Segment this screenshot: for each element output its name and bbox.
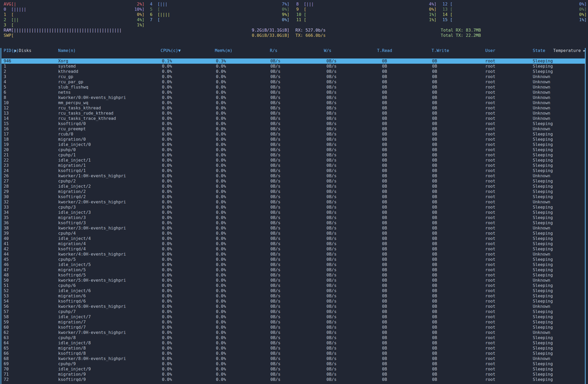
cell-state: Sleeping bbox=[533, 215, 553, 220]
process-row[interactable]: 4rcu_par_gp0.0%0.0%0B/s0B/s0B0BrootUnkno… bbox=[0, 79, 588, 85]
process-row[interactable]: 21cpuhp/10.0%0.0%0B/s0B/s0B0BrootSleepin… bbox=[0, 152, 588, 158]
gauge-value: 0%] bbox=[579, 12, 587, 17]
process-row[interactable]: 10mm_percpu_wq0.0%0.0%0B/s0B/s0B0BrootUn… bbox=[0, 100, 588, 105]
process-row[interactable]: 26kworker/1:0H-events_highpri0.0%0.0%0B/… bbox=[0, 173, 588, 179]
process-row[interactable]: 36ksoftirqd/30.0%0.0%0B/s0B/s0B0BrootSle… bbox=[0, 220, 588, 226]
col-header-pid[interactable]: PID(p) bbox=[4, 48, 19, 53]
cell-ws: 0B/s bbox=[326, 121, 337, 126]
process-row[interactable]: 72ksoftirqd/90.0%0.0%0B/s0B/s0B0BrootSle… bbox=[0, 377, 588, 382]
process-row[interactable]: 56kworker/6:0H-events_highpri0.0%0.0%0B/… bbox=[0, 304, 588, 309]
gauge-label: 8 bbox=[296, 2, 304, 7]
cell-name: ksoftirqd/4 bbox=[58, 246, 86, 252]
cell-name: cpuhp/0 bbox=[58, 147, 76, 152]
process-row[interactable]: 40idle_inject/40.0%0.0%0B/s0B/s0B0BrootS… bbox=[0, 236, 588, 241]
cell-tread: 0B bbox=[382, 257, 387, 262]
process-row[interactable]: 68kworker/8:0H-events_highpri0.0%0.0%0B/… bbox=[0, 356, 588, 361]
process-row[interactable]: 45cpuhp/50.0%0.0%0B/s0B/s0B0BrootSleepin… bbox=[0, 257, 588, 262]
process-row[interactable]: 20cpuhp/00.0%0.0%0B/s0B/s0B0BrootSleepin… bbox=[0, 147, 588, 152]
process-row[interactable]: 71migration/90.0%0.0%0B/s0B/s0B0BrootSle… bbox=[0, 372, 588, 377]
cell-cpu: 0.0% bbox=[162, 173, 172, 179]
process-row[interactable]: 44kworker/4:0H-events_highpri0.0%0.0%0B/… bbox=[0, 252, 588, 257]
cell-twrite: 0B bbox=[432, 377, 437, 382]
process-row[interactable]: 46idle_inject/50.0%0.0%0B/s0B/s0B0BrootS… bbox=[0, 262, 588, 267]
col-header-name[interactable]: Name(n) bbox=[58, 48, 76, 53]
process-row[interactable]: 14rcu_tasks_trace_kthread0.0%0.0%0B/s0B/… bbox=[0, 116, 588, 121]
process-row[interactable]: 2kthreadd0.0%0.0%0B/s0B/s0B0BrootSleepin… bbox=[0, 69, 588, 74]
cell-name: rcub/0 bbox=[58, 132, 73, 137]
process-row[interactable]: 66ksoftirqd/80.0%0.0%0B/s0B/s0B0BrootSle… bbox=[0, 351, 588, 356]
gauge-label: 3 bbox=[4, 22, 11, 28]
process-row[interactable]: 63cpuhp/80.0%0.0%0B/s0B/s0B0BrootSleepin… bbox=[0, 335, 588, 340]
carousel-next-temperature[interactable]: Temperature► bbox=[543, 43, 586, 48]
process-row[interactable]: 17rcub/00.0%0.0%0B/s0B/s0B0BrootSleeping bbox=[0, 132, 588, 137]
process-row[interactable]: 1systemd0.0%0.0%0B/s0B/s0B0BrootSleeping bbox=[0, 64, 588, 69]
process-row[interactable]: 28idle_inject/20.0%0.0%0B/s0B/s0B0BrootS… bbox=[0, 184, 588, 189]
process-row[interactable]: 58idle_inject/70.0%0.0%0B/s0B/s0B0BrootS… bbox=[0, 314, 588, 320]
process-row[interactable]: 39cpuhp/40.0%0.0%0B/s0B/s0B0BrootSleepin… bbox=[0, 231, 588, 236]
cell-pid: 47 bbox=[4, 267, 9, 273]
process-row[interactable]: 69cpuhp/90.0%0.0%0B/s0B/s0B0BrootSleepin… bbox=[0, 361, 588, 367]
cell-cpu: 0.0% bbox=[162, 105, 172, 111]
process-row[interactable]: 70idle_inject/90.0%0.0%0B/s0B/s0B0BrootS… bbox=[0, 367, 588, 372]
process-row[interactable]: 13rcu_tasks_rude_kthread0.0%0.0%0B/s0B/s… bbox=[0, 111, 588, 116]
gauge-bar: [|||| bbox=[157, 12, 170, 17]
process-row[interactable]: 48ksoftirqd/50.0%0.0%0B/s0B/s0B0BrootSle… bbox=[0, 273, 588, 278]
process-row[interactable]: 27cpuhp/20.0%0.0%0B/s0B/s0B0BrootSleepin… bbox=[0, 179, 588, 184]
process-row[interactable]: 65migration/80.0%0.0%0B/s0B/s0B0BrootSle… bbox=[0, 346, 588, 351]
cell-twrite: 0B bbox=[432, 309, 437, 314]
process-row[interactable]: 6netns0.0%0.0%0B/s0B/s0B0BrootUnknown bbox=[0, 90, 588, 95]
cell-name: kworker/4:0H-events_highpri bbox=[58, 252, 126, 257]
cell-mem: 0.0% bbox=[216, 74, 226, 79]
process-row[interactable]: 16rcu_preempt0.0%0.0%0B/s0B/s0B0BrootUnk… bbox=[0, 126, 588, 132]
process-row[interactable]: 12rcu_tasks_kthread0.0%0.0%0B/s0B/s0B0Br… bbox=[0, 105, 588, 111]
col-header-rs[interactable]: R/s bbox=[270, 48, 277, 53]
process-row[interactable]: 946Xorg0.1%0.3%0B/s0B/s0B0BrootSleeping bbox=[0, 58, 588, 64]
cell-tread: 0B bbox=[382, 111, 387, 116]
process-row[interactable]: 22idle_inject/10.0%0.0%0B/s0B/s0B0BrootS… bbox=[0, 158, 588, 163]
process-row[interactable]: 18migration/00.0%0.0%0B/s0B/s0B0BrootSle… bbox=[0, 137, 588, 142]
col-header-twrite[interactable]: T.Write bbox=[432, 48, 449, 53]
col-header-user[interactable]: User bbox=[485, 48, 495, 53]
process-row[interactable]: 5slub_flushwq0.0%0.0%0B/s0B/s0B0BrootUnk… bbox=[0, 85, 588, 90]
process-row[interactable]: 32kworker/2:0H-events_highpri0.0%0.0%0B/… bbox=[0, 199, 588, 205]
process-row[interactable]: 60ksoftirqd/70.0%0.0%0B/s0B/s0B0BrootSle… bbox=[0, 325, 588, 330]
col-header-tread[interactable]: T.Read bbox=[377, 48, 392, 53]
process-row[interactable]: 47migration/50.0%0.0%0B/s0B/s0B0BrootSle… bbox=[0, 267, 588, 273]
cell-cpu: 0.0% bbox=[162, 179, 172, 184]
process-row[interactable]: 41migration/40.0%0.0%0B/s0B/s0B0BrootSle… bbox=[0, 241, 588, 246]
col-header-ws[interactable]: W/s bbox=[324, 48, 331, 53]
carousel-prev-disks[interactable]: ◄Disks bbox=[4, 43, 31, 48]
process-row[interactable]: 34idle_inject/30.0%0.0%0B/s0B/s0B0BrootS… bbox=[0, 210, 588, 215]
process-row[interactable]: 64idle_inject/80.0%0.0%0B/s0B/s0B0BrootS… bbox=[0, 340, 588, 346]
process-row[interactable]: 35migration/30.0%0.0%0B/s0B/s0B0BrootSle… bbox=[0, 215, 588, 220]
cell-state: Unknown bbox=[533, 199, 550, 205]
process-row[interactable]: 53migration/60.0%0.0%0B/s0B/s0B0BrootSle… bbox=[0, 293, 588, 299]
process-row[interactable]: 54ksoftirqd/60.0%0.0%0B/s0B/s0B0BrootSle… bbox=[0, 299, 588, 304]
process-row[interactable]: 38kworker/3:0H-events_highpri0.0%0.0%0B/… bbox=[0, 226, 588, 231]
process-row[interactable]: 29migration/20.0%0.0%0B/s0B/s0B0BrootSle… bbox=[0, 189, 588, 194]
cell-rs: 0B/s bbox=[270, 241, 281, 246]
cell-twrite: 0B bbox=[432, 184, 437, 189]
process-row[interactable]: 33cpuhp/30.0%0.0%0B/s0B/s0B0BrootSleepin… bbox=[0, 205, 588, 210]
process-row[interactable]: 3rcu_gp0.0%0.0%0B/s0B/s0B0BrootUnknown bbox=[0, 74, 588, 79]
cell-pid: 64 bbox=[4, 340, 9, 346]
process-row[interactable]: 51cpuhp/60.0%0.0%0B/s0B/s0B0BrootSleepin… bbox=[0, 283, 588, 288]
cell-rs: 0B/s bbox=[270, 288, 281, 293]
cell-state: Unknown bbox=[533, 126, 550, 132]
cell-name: idle_inject/4 bbox=[58, 236, 91, 241]
process-row[interactable]: 30ksoftirqd/20.0%0.0%0B/s0B/s0B0BrootSle… bbox=[0, 194, 588, 199]
process-row[interactable]: 8kworker/0:0H-events_highpri0.0%0.0%0B/s… bbox=[0, 95, 588, 100]
process-row[interactable]: 52idle_inject/60.0%0.0%0B/s0B/s0B0BrootS… bbox=[0, 288, 588, 293]
process-row[interactable]: 15ksoftirqd/00.0%0.0%0B/s0B/s0B0BrootSle… bbox=[0, 121, 588, 126]
col-header-state[interactable]: State bbox=[533, 48, 545, 53]
process-row[interactable]: 57cpuhp/70.0%0.0%0B/s0B/s0B0BrootSleepin… bbox=[0, 309, 588, 314]
process-row[interactable]: 23migration/10.0%0.0%0B/s0B/s0B0BrootSle… bbox=[0, 163, 588, 168]
col-header-cpu[interactable]: CPU%(c)▼ bbox=[161, 48, 181, 53]
process-row[interactable]: 19idle_inject/00.0%0.0%0B/s0B/s0B0BrootS… bbox=[0, 142, 588, 147]
process-row[interactable]: 24ksoftirqd/10.0%0.0%0B/s0B/s0B0BrootSle… bbox=[0, 168, 588, 173]
process-row[interactable]: 50kworker/5:0H-events_highpri0.0%0.0%0B/… bbox=[0, 278, 588, 283]
process-row[interactable]: 62kworker/7:0H-events_highpri0.0%0.0%0B/… bbox=[0, 330, 588, 335]
col-header-mem[interactable]: Mem%(m) bbox=[215, 48, 232, 53]
process-row[interactable]: 42ksoftirqd/40.0%0.0%0B/s0B/s0B0BrootSle… bbox=[0, 246, 588, 252]
process-row[interactable]: 59migration/70.0%0.0%0B/s0B/s0B0BrootSle… bbox=[0, 320, 588, 325]
